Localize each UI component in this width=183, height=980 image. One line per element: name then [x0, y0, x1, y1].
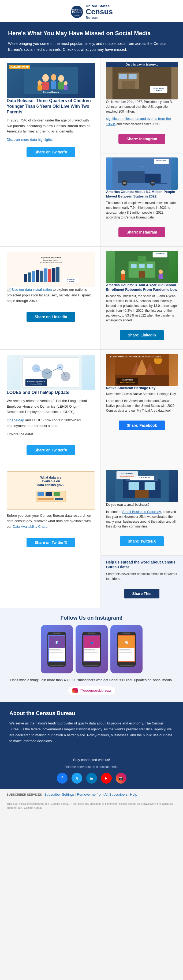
- native-illustration: CELEBRATING NATIVE AMERICAN: [106, 354, 178, 386]
- subscriber-footer: SUBSCRIBER SERVICES | Subscriber Setting…: [0, 789, 183, 800]
- legal-footer: This is an official email from the U.S. …: [0, 800, 183, 814]
- svg-rect-61: [158, 274, 162, 279]
- svg-text:👥: 👥: [90, 641, 93, 644]
- census-logo: UNITED STATES Census Bureau United State…: [70, 4, 113, 20]
- section-2: Population Projections by Age, Sex, Nati…: [0, 247, 183, 349]
- svg-rect-82: [116, 378, 138, 385]
- section1-link[interactable]: Discover more data highlights: [7, 138, 52, 142]
- svg-rect-42: [36, 270, 39, 282]
- svg-text:Statistics (BDS): Statistics (BDS): [30, 383, 42, 385]
- native-text1: November 24 was Native American Heritage…: [106, 391, 178, 396]
- section4-text: Before you start your Census Bureau data…: [7, 513, 95, 530]
- svg-rect-47: [56, 267, 60, 282]
- section-1: DATA RELEASE Census Bureau: [0, 58, 183, 247]
- svg-rect-125: [120, 665, 133, 666]
- svg-rect-55: [139, 264, 144, 268]
- history-link[interactable]: significant milestones and events from t…: [106, 117, 171, 126]
- section3-title: LODES and OnTheMap Update: [7, 390, 95, 396]
- svg-rect-104: [53, 633, 61, 634]
- native-badge: CELEBRATING NATIVE AMERICAN HERITAGE DAY: [107, 355, 162, 358]
- svg-rect-86: [38, 492, 44, 496]
- svg-text:Bureau: Bureau: [74, 14, 79, 16]
- svg-rect-6: [43, 82, 49, 90]
- youtube-icon[interactable]: ▶: [101, 773, 112, 784]
- hero-text: We're bringing you some of the most popu…: [8, 41, 175, 52]
- small-biz-link[interactable]: Small Business Saturday: [122, 510, 161, 514]
- data-avail-link[interactable]: Data Availability Chart: [13, 525, 47, 528]
- svg-rect-43: [40, 270, 43, 282]
- data-release-badge: DATA RELEASE: [9, 65, 30, 69]
- svg-point-60: [158, 269, 162, 274]
- svg-rect-89: [38, 498, 54, 500]
- schools-illustration: Census Bureau: [106, 251, 178, 283]
- about-text: We serve as the nation's leading provide…: [9, 721, 174, 744]
- section1-right: On this day in history... United States …: [101, 58, 183, 247]
- on-this-day-banner: On this day in history...: [106, 62, 178, 67]
- section3-text3: Explore the data!: [7, 431, 95, 437]
- svg-rect-87: [46, 492, 52, 496]
- share-instagram-btn-1[interactable]: Share: Instagram: [118, 134, 165, 144]
- svg-point-9: [58, 75, 64, 82]
- follow-title: Follow Us on Instagram!: [7, 615, 176, 621]
- share-twitter-btn-1[interactable]: Share on Twitter/X: [27, 147, 75, 157]
- help-link[interactable]: Help: [130, 792, 137, 797]
- schools-article: Census Bureau America Counts: 3- and 4-Y…: [101, 247, 183, 349]
- share-this-text: Share this newsletter on social media or…: [106, 571, 178, 581]
- instagram-footer-icon[interactable]: 📷: [116, 773, 126, 784]
- legal-text: This is an official email from the U.S. …: [7, 802, 176, 810]
- svg-rect-44: [44, 269, 47, 282]
- movers-text: The number of people who moved between s…: [106, 200, 178, 220]
- svg-text:United States: United States: [153, 88, 164, 89]
- hero-section: Here's What You May Have Missed on Socia…: [0, 23, 183, 58]
- section-3: Business Dynamics Statistics (BDS) LODES…: [0, 350, 183, 466]
- svg-rect-46: [52, 268, 55, 282]
- svg-rect-56: [147, 264, 153, 268]
- subscriber-label: SUBSCRIBER SERVICES: [7, 793, 42, 796]
- linkedin-icon[interactable]: in: [86, 773, 97, 784]
- section3-left: Business Dynamics Statistics (BDS) LODES…: [0, 350, 101, 466]
- svg-rect-94: [128, 482, 139, 490]
- svg-rect-41: [32, 271, 35, 282]
- bar-chart-svg: Population Projections by Age, Sex, Nati…: [9, 255, 92, 285]
- share-twitter-btn-4[interactable]: Share: Twitter/X: [120, 536, 164, 546]
- instagram-handle[interactable]: @uscensusbureau: [68, 686, 115, 695]
- svg-rect-54: [131, 264, 136, 268]
- svg-rect-115: [85, 665, 98, 666]
- svg-rect-88: [54, 492, 60, 496]
- section4-right: SMALL BUSINESS CELEBRATING SMALL BUSINES…: [101, 466, 183, 608]
- svg-rect-40: [28, 272, 32, 282]
- subscriber-settings-link[interactable]: Subscriber Settings: [44, 792, 74, 797]
- share-twitter-btn-2[interactable]: Share on Twitter/X: [27, 445, 75, 455]
- svg-text:Census Bureau: Census Bureau: [43, 91, 59, 93]
- svg-rect-129: [119, 649, 130, 650]
- svg-rect-110: [49, 651, 64, 651]
- share-this-button[interactable]: Share This: [124, 589, 160, 598]
- follow-text: Don't miss a thing! Join more than 480,0…: [7, 678, 176, 683]
- svg-rect-119: [84, 649, 95, 650]
- section1-title: Data Release: Three-Quarters of Children…: [7, 98, 95, 115]
- lodes-image: Business Dynamics Statistics (BDS): [7, 355, 95, 390]
- remove-subscriber-link[interactable]: Remove me from All Subscribers: [77, 792, 128, 797]
- share-linkedin-btn-1[interactable]: Share on LinkedIn: [27, 312, 75, 321]
- section2-left: Population Projections by Age, Sex, Nati…: [0, 247, 101, 349]
- section2-viz-link[interactable]: Use our data visualization: [12, 288, 52, 291]
- share-facebook-btn-1[interactable]: Share: Facebook: [119, 420, 165, 430]
- svg-text:CELEBRATING: CELEBRATING: [121, 379, 133, 381]
- svg-point-28: [123, 181, 126, 185]
- data-release-image: DATA RELEASE Census Bureau: [7, 63, 95, 98]
- svg-rect-45: [48, 269, 51, 282]
- section-4: What data areavailable ondata.census.gov…: [0, 466, 183, 608]
- twitter-icon[interactable]: 𝕏: [71, 773, 82, 784]
- share-instagram-btn-2[interactable]: Share: Instagram: [118, 228, 165, 237]
- instagram-icon: [73, 688, 78, 693]
- instagram-username: @uscensusbureau: [80, 689, 111, 692]
- onthemap-link[interactable]: OnTheMap: [7, 418, 24, 422]
- native-title: Native American Heritage Day: [106, 386, 178, 390]
- share-linkedin-btn-2[interactable]: Share: LinkedIn: [120, 330, 164, 340]
- share-twitter-btn-3[interactable]: Share on Twitter/X: [27, 538, 75, 547]
- svg-text:by Age, Sex, Nativity,: by Age, Sex, Nativity,: [43, 259, 59, 261]
- social-footer-text: Stay connected with us!: [5, 758, 178, 762]
- share-this-title: Help us spread the word about Census Bur…: [106, 560, 178, 570]
- facebook-icon[interactable]: f: [57, 773, 68, 784]
- svg-text:and Hispanic Origin, 2017-2060: and Hispanic Origin, 2017-2060: [39, 261, 62, 263]
